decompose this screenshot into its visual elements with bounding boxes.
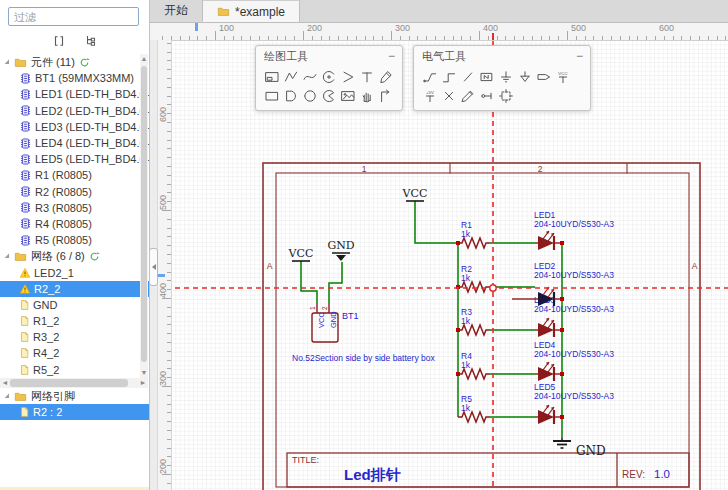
expand-caret-icon	[3, 392, 11, 400]
component-item[interactable]: R3 (R0805)	[0, 200, 149, 216]
ruler-tick	[167, 316, 171, 317]
ruler-tick	[602, 36, 603, 40]
scroll-up-icon[interactable]: ▲	[140, 54, 148, 64]
net-item[interactable]: LED2_1	[0, 264, 149, 280]
net-flag-tool-button[interactable]	[534, 67, 553, 86]
electrical-tools-header[interactable]: 电气工具 −	[414, 46, 590, 64]
pie-tool-button[interactable]	[319, 86, 338, 105]
ruler-tick	[167, 342, 171, 343]
component-item[interactable]: R5 (R0805)	[0, 232, 149, 248]
sidebar-vertical-scrollbar[interactable]: ▲ ▼	[140, 54, 148, 378]
wizard-tool-button[interactable]	[496, 86, 515, 105]
drawing-tools-header[interactable]: 绘图工具 −	[256, 46, 402, 64]
sidebar-collapse-handle[interactable]	[149, 248, 158, 286]
ruler-tick	[321, 36, 322, 40]
ruler-tick	[167, 421, 171, 422]
ruler-tick	[167, 404, 171, 405]
nets-section-header[interactable]: 网络 (6 / 8)	[0, 248, 149, 264]
filter-input[interactable]	[8, 7, 139, 26]
folder-icon	[14, 56, 27, 69]
net-item[interactable]: GND	[0, 297, 149, 313]
vcc-tool-button[interactable]: VCC	[553, 67, 572, 86]
ground-tool-button[interactable]	[496, 67, 515, 86]
pin-tool-button[interactable]	[477, 86, 496, 105]
arc-tool-button[interactable]	[319, 67, 338, 86]
net-item[interactable]: R4_2	[0, 345, 149, 361]
polygon-tool-button[interactable]	[338, 67, 357, 86]
tab-start[interactable]: 开始	[150, 0, 203, 21]
scrollbar-thumb[interactable]	[141, 66, 147, 362]
ruler-tick	[285, 36, 286, 40]
component-item[interactable]: LED1 (LED-TH_BD4.0-P2.54-FD	[0, 86, 149, 102]
net-item[interactable]: R1_2	[0, 313, 149, 329]
bus-entry-tool-button[interactable]	[458, 67, 477, 86]
tree-view-icon	[84, 34, 98, 48]
net-item[interactable]: R5_2	[0, 362, 149, 378]
rect-tool-button[interactable]	[262, 86, 281, 105]
scroll-down-icon[interactable]: ▼	[140, 368, 148, 378]
component-chip-icon	[19, 120, 32, 133]
ground-tool-icon	[498, 69, 514, 85]
bus-tool-button[interactable]	[439, 67, 458, 86]
net-item[interactable]: R3_2	[0, 329, 149, 345]
sidebar-horizontal-scrollbar[interactable]: ◄ ►	[0, 378, 148, 388]
panel-collapse-strip	[149, 40, 158, 490]
component-item[interactable]: R1 (R0805)	[0, 167, 149, 183]
item-label: R3 (R0805)	[35, 202, 92, 214]
net-pin-item[interactable]: R2 : 2	[0, 404, 149, 420]
net-pins-section-header[interactable]: 网络引脚	[0, 388, 149, 404]
bezier-tool-button[interactable]	[300, 67, 319, 86]
ruler-tick	[167, 368, 171, 369]
no-connect-tool-button[interactable]	[439, 86, 458, 105]
components-section-header[interactable]: 元件 (11)	[0, 54, 149, 70]
ruler-tick	[629, 36, 630, 40]
collapse-all-button[interactable]	[50, 33, 68, 49]
no-connect-tool-icon	[441, 88, 457, 104]
ruler-tick	[197, 36, 198, 40]
item-label: R2_2	[34, 283, 60, 295]
refresh-icon[interactable]	[89, 251, 100, 262]
probe-tool-button[interactable]	[458, 86, 477, 105]
component-item[interactable]: LED3 (LED-TH_BD4.0-P2.54-FD	[0, 119, 149, 135]
minimize-icon[interactable]: −	[576, 51, 583, 61]
component-item[interactable]: R2 (R0805)	[0, 184, 149, 200]
circle-tool-button[interactable]	[300, 86, 319, 105]
net-label-tool-button[interactable]	[477, 67, 496, 86]
minimize-icon[interactable]: −	[388, 51, 395, 61]
scroll-left-icon[interactable]: ◄	[0, 378, 10, 388]
ruler-tick	[655, 36, 656, 40]
ruler-tick	[637, 36, 638, 40]
ruler-tick	[215, 31, 216, 40]
hand-tool-button[interactable]	[357, 86, 376, 105]
component-item[interactable]: R4 (R0805)	[0, 216, 149, 232]
line-tool-button[interactable]	[376, 86, 395, 105]
tab-start-label: 开始	[164, 2, 188, 19]
polyline-tool-button[interactable]	[281, 67, 300, 86]
scrollbar-thumb[interactable]	[10, 379, 128, 387]
tree-view-button[interactable]	[82, 33, 100, 49]
shape-tool-button[interactable]	[281, 86, 300, 105]
ruler-label: 100	[219, 23, 234, 33]
refresh-icon[interactable]	[79, 57, 90, 68]
wire-tool-button[interactable]	[420, 67, 439, 86]
net-item[interactable]: R2_2	[0, 281, 149, 297]
svg-text:+5V: +5V	[426, 89, 434, 94]
scroll-right-icon[interactable]: ►	[138, 378, 148, 388]
component-item[interactable]: BT1 (59MMX33MM)	[0, 70, 149, 86]
text-tool-button[interactable]	[357, 67, 376, 86]
tab-example[interactable]: *example	[203, 0, 300, 22]
plus5v-tool-button[interactable]: +5V	[420, 86, 439, 105]
component-item[interactable]: LED2 (LED-TH_BD4.0-P2.54-FD	[0, 103, 149, 119]
component-item[interactable]: LED5 (LED-TH_BD4.0-P2.54-FD	[0, 151, 149, 167]
sheet-tool-button[interactable]	[262, 67, 281, 86]
ground-alt-tool-button[interactable]	[515, 67, 534, 86]
item-label: R3_2	[33, 331, 59, 343]
net-label-tool-icon	[479, 69, 495, 85]
pencil-tool-button[interactable]	[376, 67, 395, 86]
ruler-tick	[620, 36, 621, 40]
image-tool-button[interactable]	[338, 86, 357, 105]
component-item[interactable]: LED4 (LED-TH_BD4.0-P2.54-FD	[0, 135, 149, 151]
ruler-tick	[699, 36, 700, 40]
expand-caret-icon	[3, 58, 11, 66]
item-label: LED5 (LED-TH_BD4.0-P2.54-FD	[35, 153, 149, 165]
